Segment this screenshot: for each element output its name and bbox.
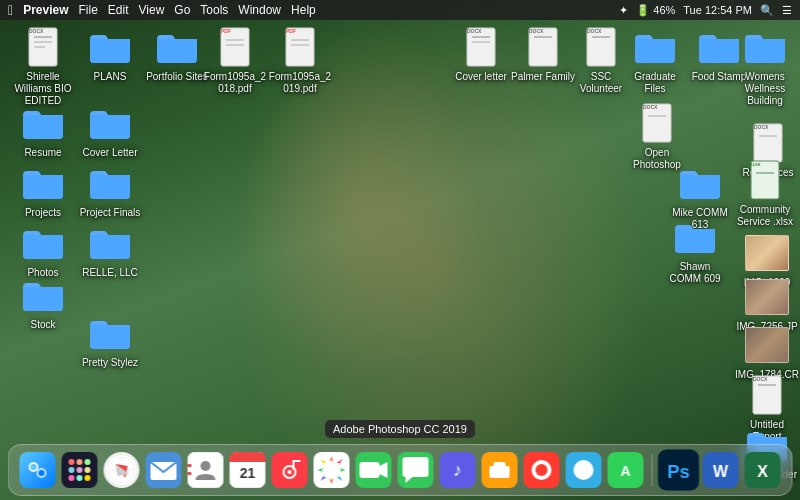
doc-icon-img: XLSX (743, 158, 787, 202)
desktop-icon-womens-wellness[interactable]: Womens Wellness Building (730, 22, 800, 110)
svg-point-38 (31, 464, 37, 470)
doc-icon-img: DOCX (635, 101, 679, 145)
folder-icon-img (88, 101, 132, 145)
dock-item-safari[interactable] (103, 451, 141, 489)
svg-text:DOCX: DOCX (643, 104, 658, 110)
dock-item-finder[interactable] (19, 451, 57, 489)
desktop-icon-community-service[interactable]: XLSX Community Service .xlsx (730, 155, 800, 231)
doc-icon-img: PDF (278, 25, 322, 69)
dock-item-calendar[interactable]: 21 (229, 451, 267, 489)
desktop-icon-shawn-comm[interactable]: Shawn COMM 609 (660, 212, 730, 288)
svg-text:DOCX: DOCX (754, 124, 769, 130)
folder-icon-img (678, 161, 722, 205)
doc-icon-img: DOCX (745, 373, 789, 417)
dropbox-icon: ✦ (619, 4, 628, 17)
doc-icon-img: DOCX (459, 25, 503, 69)
svg-rect-72 (293, 460, 301, 462)
apple-menu[interactable]:  (8, 2, 13, 18)
folder-icon-img (673, 215, 717, 259)
desktop-icon-shirelle[interactable]: DOCX Shirelle Williams BIO EDITED (8, 22, 78, 110)
tools-menu[interactable]: Tools (200, 3, 228, 17)
doc-icon-img: DOCX (521, 25, 565, 69)
dock-item-app22[interactable] (481, 451, 519, 489)
dock-item-app21[interactable]: ♪ (439, 451, 477, 489)
doc-icon-img: DOCX (21, 25, 65, 69)
icon-label: PLANS (94, 71, 127, 83)
notification-icon[interactable]: ☰ (782, 4, 792, 17)
dock-item-mail[interactable] (145, 451, 183, 489)
icon-label: Form1095a_2019.pdf (268, 71, 332, 95)
icon-label: Portfolio Sites (146, 71, 208, 83)
desktop-icon-graduate-files[interactable]: Graduate Files (620, 22, 690, 98)
svg-text:♪: ♪ (453, 460, 462, 480)
svg-point-70 (288, 470, 292, 474)
dock-item-contacts[interactable] (187, 451, 225, 489)
desktop-icon-resume[interactable]: Resume (8, 98, 78, 162)
svg-rect-62 (188, 464, 192, 467)
desktop-icon-pretty-stylez[interactable]: Pretty Stylez (75, 308, 145, 372)
img-icon (745, 323, 789, 367)
edit-menu[interactable]: Edit (108, 3, 129, 17)
doc-icon-img: PDF (213, 25, 257, 69)
spotlight-icon[interactable]: 🔍 (760, 4, 774, 17)
dock-item-music[interactable] (271, 451, 309, 489)
svg-text:DOCX: DOCX (587, 28, 602, 34)
svg-text:21: 21 (240, 465, 256, 481)
desktop-icon-stock[interactable]: Stock (8, 270, 78, 334)
dock-item-word[interactable]: W (702, 451, 740, 489)
svg-point-47 (69, 475, 75, 481)
dock-item-excel[interactable]: X (744, 451, 782, 489)
svg-text:XLSX: XLSX (750, 162, 761, 167)
doc-icon-img: DOCX (579, 25, 623, 69)
svg-rect-63 (188, 472, 192, 475)
dock-item-photos[interactable] (313, 451, 351, 489)
dock-item-launchpad[interactable] (61, 451, 99, 489)
svg-rect-87 (574, 460, 594, 480)
desktop-icon-cover-letter-left[interactable]: Cover Letter (75, 98, 145, 162)
svg-text:A: A (620, 463, 630, 479)
desktop-icon-cover-letter[interactable]: DOCX Cover letter (446, 22, 516, 86)
dock-item-app25[interactable]: A (607, 451, 645, 489)
clock: Tue 12:54 PM (683, 4, 752, 16)
file-menu[interactable]: File (79, 3, 98, 17)
icon-label: Womens Wellness Building (733, 71, 797, 107)
icon-label: Pretty Stylez (82, 357, 138, 369)
desktop-icon-relle-llc[interactable]: RELLE, LLC (75, 218, 145, 282)
app-name-menu[interactable]: Preview (23, 3, 68, 17)
desktop-icon-plans[interactable]: PLANS (75, 22, 145, 86)
desktop-icon-form2018[interactable]: PDF Form1095a_2018.pdf (200, 22, 270, 98)
folder-icon-img (88, 25, 132, 69)
dock-item-photoshop[interactable]: Ps (657, 448, 701, 492)
icon-label: Shawn COMM 609 (663, 261, 727, 285)
svg-text:DOCX: DOCX (467, 28, 482, 34)
icon-label: Graduate Files (623, 71, 687, 95)
desktop-icon-projects[interactable]: Projects (8, 158, 78, 222)
svg-point-85 (536, 464, 548, 476)
svg-rect-82 (494, 462, 506, 468)
folder-icon-img (21, 273, 65, 317)
help-menu[interactable]: Help (291, 3, 316, 17)
svg-point-39 (39, 470, 45, 476)
dock-item-messages[interactable] (397, 451, 435, 489)
svg-point-46 (85, 467, 91, 473)
svg-rect-66 (230, 457, 266, 462)
folder-icon-img (88, 161, 132, 205)
battery-icon: 🔋 46% (636, 4, 675, 17)
svg-point-61 (201, 461, 211, 471)
go-menu[interactable]: Go (174, 3, 190, 17)
svg-text:DOCX: DOCX (753, 376, 768, 382)
desktop-icon-form2019[interactable]: PDF Form1095a_2019.pdf (265, 22, 335, 98)
svg-text:DOCX: DOCX (529, 28, 544, 34)
menubar:  Preview File Edit View Go Tools Window… (0, 0, 800, 20)
view-menu[interactable]: View (139, 3, 165, 17)
svg-point-49 (85, 475, 91, 481)
window-menu[interactable]: Window (238, 3, 281, 17)
dock-item-app23[interactable] (523, 451, 561, 489)
dock-item-app24[interactable] (565, 451, 603, 489)
svg-point-45 (77, 467, 83, 473)
desktop-icon-project-finals[interactable]: Project Finals (75, 158, 145, 222)
dock-item-facetime[interactable] (355, 451, 393, 489)
svg-point-42 (77, 459, 83, 465)
svg-text:PDF: PDF (286, 28, 296, 34)
dock-separator (652, 454, 653, 486)
